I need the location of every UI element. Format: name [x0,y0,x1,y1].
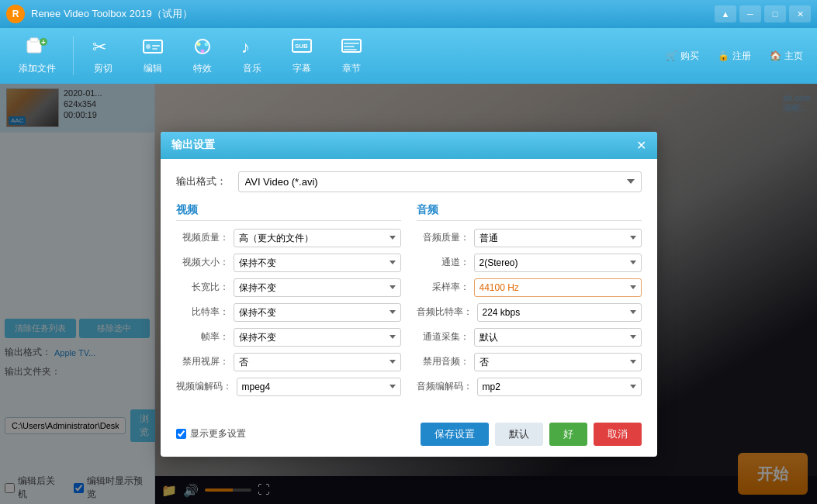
minimize-button[interactable]: ─ [739,5,761,22]
format-label: 输出格式： [176,174,230,188]
aspect-ratio-select[interactable]: 保持不变 [234,278,401,297]
toolbar-subtitle[interactable]: SUB 字幕 [279,33,325,80]
sample-rate-row: 采样率： 44100 Hz [417,278,642,297]
close-button[interactable]: ✕ [789,5,811,22]
audio-col: 音频 音频质量： 普通 通道： 2(Stereo) [417,203,642,402]
toolbar-effects[interactable]: 特效 [179,33,226,80]
video-size-row: 视频大小： 保持不变 [176,254,401,272]
audio-codec-row: 音频编解码： mp2 [417,378,642,396]
toolbar-cut[interactable]: ✂ 剪切 [80,33,126,80]
svg-text:✂: ✂ [92,37,106,56]
output-settings-modal: 输出设置 ✕ 输出格式： AVI Video (*.avi) 视频 [161,132,657,457]
chapter-label: 章节 [342,62,361,75]
svg-rect-17 [344,43,359,44]
disable-audio-row: 禁用音频： 否 [417,353,642,371]
audio-quality-row: 音频质量： 普通 [417,229,642,247]
disable-video-label: 禁用视屏： [176,355,229,368]
modal-action-buttons: 保存设置 默认 好 取消 [421,423,642,446]
music-icon: ♪ [241,37,263,60]
svg-text:♪: ♪ [241,37,250,56]
svg-text:SUB: SUB [295,43,308,50]
svg-text:+: + [41,38,46,47]
edit-label: 编辑 [144,62,162,75]
subtitle-label: 字幕 [293,62,311,75]
disable-video-select[interactable]: 否 [234,353,401,371]
modal-body: 输出格式： AVI Video (*.avi) 视频 视频质量： 高（更大的文件… [161,159,657,415]
register-btn[interactable]: 🔒 注册 [711,47,757,66]
framerate-row: 帧率： 保持不变 [176,328,401,347]
disable-audio-select[interactable]: 否 [474,353,642,371]
format-row: 输出格式： AVI Video (*.avi) [176,171,642,192]
add-file-icon: + [26,37,48,60]
app-logo: R [6,5,25,23]
register-label: 注册 [732,50,751,63]
audio-quality-select[interactable]: 普通 [474,229,642,247]
cart-icon: 🛒 [666,50,677,61]
ok-button[interactable]: 好 [549,423,587,446]
toolbar-right: 🛒 购买 🔒 注册 🏠 主页 [659,47,809,66]
svg-rect-7 [152,45,160,47]
titlebar-arrow-btn[interactable]: ▲ [715,5,736,22]
aspect-ratio-row: 长宽比： 保持不变 [176,278,401,297]
format-select[interactable]: AVI Video (*.avi) [238,171,642,192]
bitrate-row: 比特率： 保持不变 [176,303,401,322]
video-size-label: 视频大小： [176,256,229,269]
video-codec-row: 视频编解码： mpeg4 [176,378,401,396]
toolbar-chapter[interactable]: 章节 [328,33,375,80]
svg-rect-18 [344,46,355,47]
subtitle-icon: SUB [291,37,313,60]
purchase-btn[interactable]: 🛒 购买 [659,47,705,66]
audio-bitrate-row: 音频比特率： 224 kbps [417,303,642,322]
effects-label: 特效 [193,62,212,75]
modal-close-button[interactable]: ✕ [636,138,646,153]
edit-icon [142,37,164,60]
save-settings-button[interactable]: 保存设置 [421,423,489,446]
cancel-button[interactable]: 取消 [594,423,642,446]
svg-rect-19 [344,49,357,50]
app-title: Renee Video Toolbox 2019（试用） [31,7,715,21]
video-size-select[interactable]: 保持不变 [234,254,401,272]
modal-title: 输出设置 [171,138,215,152]
channel-sampling-row: 通道采集： 默认 [417,328,642,347]
audio-bitrate-label: 音频比特率： [417,306,473,319]
modal-header: 输出设置 ✕ [161,132,657,159]
bitrate-label: 比特率： [176,306,229,319]
audio-bitrate-select[interactable]: 224 kbps [477,303,642,322]
audio-codec-label: 音频编解码： [417,380,473,393]
toolbar-music[interactable]: ♪ 音乐 [229,33,275,80]
channel-select[interactable]: 2(Stereo) [474,254,642,272]
show-more-row[interactable]: 显示更多设置 [176,427,246,440]
purchase-label: 购买 [680,50,699,63]
svg-point-10 [197,42,201,46]
svg-point-11 [205,42,209,46]
sample-rate-select[interactable]: 44100 Hz [474,278,642,297]
audio-codec-select[interactable]: mp2 [477,378,642,396]
video-quality-select[interactable]: 高（更大的文件） [234,229,401,247]
channel-row: 通道： 2(Stereo) [417,254,642,272]
show-more-checkbox[interactable] [176,429,186,439]
video-codec-select[interactable]: mpeg4 [237,378,401,396]
modal-footer: 显示更多设置 保存设置 默认 好 取消 [161,415,657,457]
bitrate-select[interactable]: 保持不变 [234,303,401,322]
toolbar-sep-1 [73,36,74,75]
toolbar: + 添加文件 ✂ 剪切 编辑 特效 ♪ 音乐 SUB 字幕 [0,28,817,84]
toolbar-edit[interactable]: 编辑 [130,33,176,80]
modal-overlay: 输出设置 ✕ 输出格式： AVI Video (*.avi) 视频 [0,84,817,504]
add-file-label: 添加文件 [19,62,56,75]
music-label: 音乐 [243,62,261,75]
effects-icon [192,37,213,60]
svg-point-12 [201,49,205,53]
channel-sampling-select[interactable]: 默认 [474,328,642,347]
disable-video-row: 禁用视屏： 否 [176,353,401,371]
home-label: 主页 [784,50,803,63]
video-col: 视频 视频质量： 高（更大的文件） 视频大小： 保持不变 [176,203,401,402]
svg-point-6 [146,44,151,49]
default-button[interactable]: 默认 [495,423,543,446]
toolbar-add-file[interactable]: + 添加文件 [8,33,67,80]
home-btn[interactable]: 🏠 主页 [763,47,809,66]
window-controls: ▲ ─ □ ✕ [715,5,811,22]
show-more-label: 显示更多设置 [190,427,246,440]
maximize-button[interactable]: □ [764,5,786,22]
audio-header: 音频 [417,203,642,221]
framerate-select[interactable]: 保持不变 [234,328,401,347]
